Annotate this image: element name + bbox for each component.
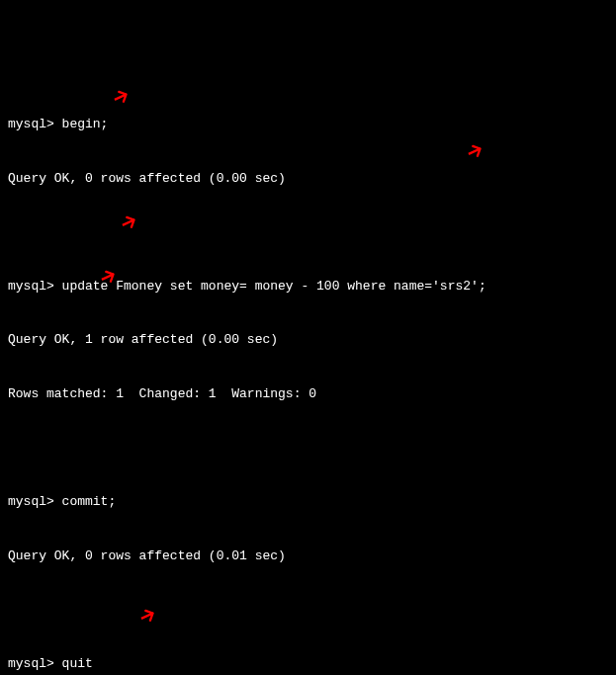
line: Query OK, 0 rows affected (0.01 sec) xyxy=(8,548,608,565)
line: mysql> update Fmoney set money= money - … xyxy=(8,278,608,295)
line xyxy=(8,440,608,458)
line xyxy=(8,601,608,619)
line xyxy=(8,223,608,241)
line: mysql> commit; xyxy=(8,493,608,511)
line: Query OK, 1 row affected (0.00 sec) xyxy=(8,331,608,349)
line: Query OK, 0 rows affected (0.00 sec) xyxy=(8,170,608,188)
line: mysql> quit xyxy=(8,655,608,673)
line: Rows matched: 1 Changed: 1 Warnings: 0 xyxy=(8,385,608,403)
terminal-output: mysql> begin; Query OK, 0 rows affected … xyxy=(8,80,608,675)
annotation-arrow-icon xyxy=(465,135,495,167)
annotation-arrow-icon xyxy=(111,81,141,113)
line: mysql> begin; xyxy=(8,116,608,133)
